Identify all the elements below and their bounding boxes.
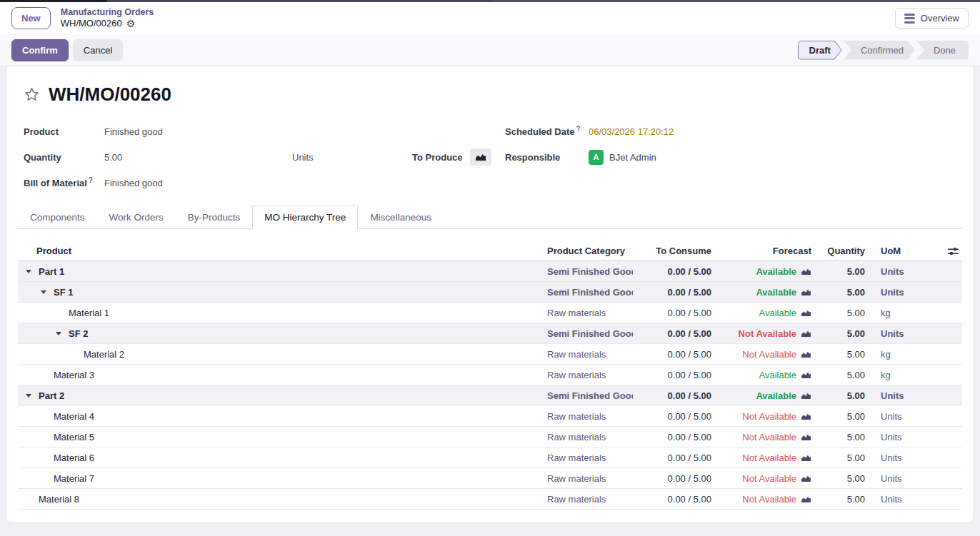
tab-components[interactable]: Components [18, 206, 97, 229]
forecast-report-icon[interactable] [801, 350, 811, 358]
caret-down-icon[interactable] [41, 290, 54, 294]
tab-work-orders[interactable]: Work Orders [97, 206, 176, 229]
statusbar-step-confirmed[interactable]: Confirmed [844, 41, 915, 60]
bom-value[interactable]: Finished good [104, 178, 292, 188]
hamburger-icon [904, 14, 915, 24]
forecast-report-icon[interactable] [801, 454, 811, 462]
statusbar-step-done[interactable]: Done [916, 41, 969, 60]
row-product-name[interactable]: Material 2 [84, 349, 124, 360]
row-forecast-status: Not Available [742, 349, 796, 360]
row-product-name[interactable]: Part 2 [39, 390, 64, 401]
breadcrumb-bar: New Manufacturing Orders WH/MO/00260 ⚙ O… [0, 2, 980, 34]
overview-button-label: Overview [921, 13, 959, 24]
statusbar: DraftConfirmedDone [798, 41, 969, 60]
cancel-button[interactable]: Cancel [73, 39, 123, 61]
table-row: Material 5 Raw materials 0.00 / 5.00 Not… [18, 427, 962, 447]
row-to-consume: 0.00 / 5.00 [633, 411, 711, 422]
form-sheet: WH/MO/00260 Product Finished good Quanti… [6, 66, 974, 523]
optional-columns-icon[interactable] [947, 246, 959, 256]
responsible-value[interactable]: BJet Admin [609, 152, 656, 163]
row-uom: Units [872, 328, 936, 339]
row-forecast-status: Not Available [742, 452, 796, 463]
row-quantity: 5.00 [819, 266, 872, 277]
row-product-category: Raw materials [547, 432, 633, 443]
new-button[interactable]: New [11, 7, 51, 29]
forecast-report-icon[interactable] [801, 495, 811, 503]
quantity-value[interactable]: 5.00 [104, 152, 292, 163]
header-uom[interactable]: UoM [872, 246, 936, 256]
row-uom: kg [872, 308, 936, 318]
table-row: Material 6 Raw materials 0.00 / 5.00 Not… [18, 447, 962, 468]
row-product-category: Semi Finished Goods [547, 266, 633, 277]
tab-mo-hierarchy-tree[interactable]: MO Hierarchy Tree [252, 206, 358, 229]
row-product-category: Raw materials [547, 494, 633, 505]
row-product-name[interactable]: SF 1 [54, 287, 73, 298]
forecast-report-icon[interactable] [801, 288, 811, 296]
row-forecast-status: Not Available [742, 494, 796, 505]
scheduled-date-help-icon[interactable]: ? [576, 125, 581, 133]
table-row: Material 1 Raw materials 0.00 / 5.00 Ava… [18, 303, 962, 323]
row-quantity: 5.00 [819, 328, 872, 339]
row-uom: kg [872, 349, 936, 360]
caret-down-icon[interactable] [56, 332, 69, 335]
header-to-consume[interactable]: To Consume [633, 246, 711, 256]
caret-down-icon[interactable] [26, 394, 39, 398]
row-uom: Units [872, 287, 936, 298]
row-uom: Units [872, 390, 936, 401]
row-uom: kg [872, 370, 936, 380]
row-quantity: 5.00 [819, 432, 872, 443]
settings-gear-icon[interactable]: ⚙ [126, 19, 136, 29]
row-uom: Units [872, 432, 936, 443]
row-to-consume: 0.00 / 5.00 [633, 328, 711, 339]
row-quantity: 5.00 [819, 349, 872, 360]
row-forecast-status: Available [756, 390, 796, 401]
row-to-consume: 0.00 / 5.00 [633, 432, 711, 443]
row-forecast-status: Available [756, 287, 796, 298]
area-chart-icon [475, 153, 486, 161]
row-to-consume: 0.00 / 5.00 [633, 390, 711, 401]
row-quantity: 5.00 [819, 494, 872, 505]
breadcrumb-current: WH/MO/00260 ⚙ [61, 18, 154, 29]
confirm-button[interactable]: Confirm [11, 39, 69, 61]
row-product-name[interactable]: Material 7 [54, 473, 94, 484]
row-product-name[interactable]: Part 1 [39, 266, 64, 277]
caret-down-icon[interactable] [26, 270, 39, 273]
scheduled-date-value[interactable]: 06/03/2026 17:20:12 [589, 126, 674, 137]
overview-button[interactable]: Overview [895, 8, 969, 29]
tab-miscellaneous[interactable]: Miscellaneous [358, 206, 444, 229]
hierarchy-table-body: Part 1 Semi Finished Goods 0.00 / 5.00 A… [18, 261, 962, 510]
quantity-label: Quantity [24, 152, 104, 163]
to-produce-forecast-button[interactable] [470, 148, 491, 166]
row-product-name[interactable]: Material 5 [54, 432, 94, 443]
statusbar-step-draft[interactable]: Draft [798, 41, 842, 60]
product-value[interactable]: Finished good [104, 126, 163, 137]
forecast-report-icon[interactable] [801, 309, 811, 317]
scheduled-date-label: Scheduled Date? [505, 125, 589, 137]
forecast-report-icon[interactable] [801, 330, 811, 338]
row-to-consume: 0.00 / 5.00 [633, 473, 711, 484]
row-to-consume: 0.00 / 5.00 [633, 349, 711, 360]
forecast-report-icon[interactable] [801, 413, 811, 420]
tab-by-products[interactable]: By-Products [176, 206, 253, 229]
header-product[interactable]: Product [18, 246, 547, 256]
forecast-report-icon[interactable] [801, 392, 811, 400]
row-product-name[interactable]: SF 2 [69, 328, 88, 339]
page-title: WH/MO/00260 [49, 84, 171, 106]
quantity-uom: Units [292, 152, 412, 163]
bom-help-icon[interactable]: ? [89, 176, 93, 184]
header-quantity[interactable]: Quantity [819, 246, 872, 256]
row-product-name[interactable]: Material 4 [54, 411, 94, 422]
row-product-name[interactable]: Material 3 [54, 370, 94, 380]
header-forecast[interactable]: Forecast [711, 246, 819, 256]
row-product-name[interactable]: Material 8 [39, 494, 79, 505]
row-product-name[interactable]: Material 6 [54, 452, 94, 463]
forecast-report-icon[interactable] [801, 371, 811, 379]
forecast-report-icon[interactable] [801, 433, 811, 441]
responsible-avatar: A [589, 150, 604, 165]
favorite-star-icon[interactable] [24, 86, 40, 103]
forecast-report-icon[interactable] [801, 475, 811, 482]
breadcrumb-parent-link[interactable]: Manufacturing Orders [61, 7, 154, 19]
row-product-name[interactable]: Material 1 [69, 308, 109, 318]
header-product-category[interactable]: Product Category [547, 246, 633, 256]
forecast-report-icon[interactable] [801, 268, 811, 275]
